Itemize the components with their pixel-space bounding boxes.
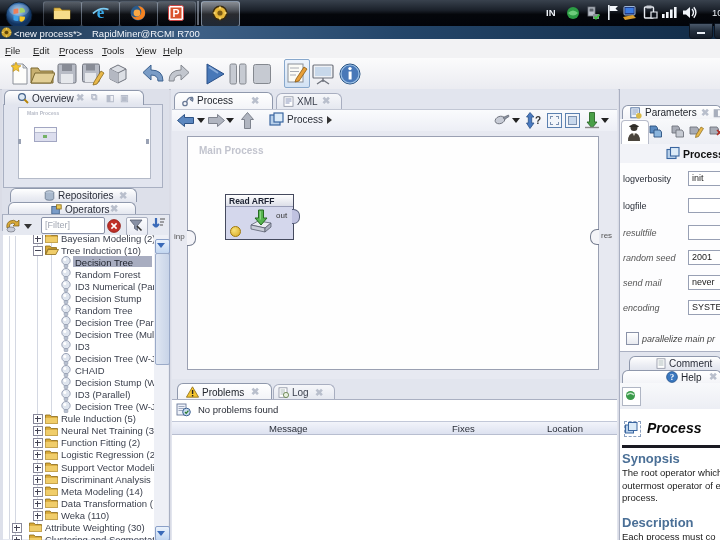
svg-text:P: P xyxy=(172,7,179,19)
svg-text:?: ? xyxy=(670,372,674,382)
svg-text:e: e xyxy=(97,3,105,22)
svg-text:?: ? xyxy=(535,115,541,126)
